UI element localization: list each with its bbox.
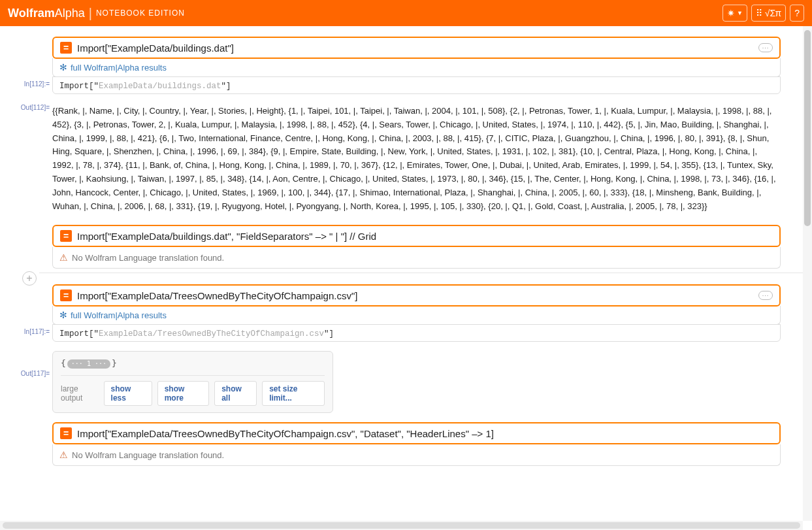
- input-cell-3[interactable]: = Import["ExampleData/TreesOwnedByTheCit…: [52, 284, 781, 306]
- input-text-2: Import["ExampleData/buildings.dat", "Fie…: [77, 231, 376, 242]
- caret-down-icon: ▼: [737, 10, 743, 16]
- full-results-label: full Wolfram|Alpha results: [71, 310, 167, 320]
- in-label-1: In[112]:=: [13, 77, 52, 89]
- app-logo: WolframAlpha: [8, 7, 85, 20]
- interpretation-box-3: ✻ full Wolfram|Alpha results: [52, 306, 781, 325]
- wl-code-3: Import["ExampleData/TreesOwnedByTheCityO…: [59, 329, 334, 339]
- keyboard-icon: ⠿ √Σπ: [756, 8, 781, 18]
- input-cell-1[interactable]: = Import["ExampleData/buildings.dat"] ··…: [52, 37, 781, 59]
- add-cell-button[interactable]: +: [22, 271, 37, 286]
- vertical-scrollbar[interactable]: [803, 26, 812, 492]
- equal-icon: =: [60, 42, 72, 54]
- warning-text: No Wolfram Language translation found.: [72, 450, 224, 460]
- interpretation-box-1: ✻ full Wolfram|Alpha results: [52, 58, 781, 77]
- output-text-1: {{Rank, |, Name, |, City, |, Country, |,…: [52, 99, 781, 221]
- scrollbar-thumb[interactable]: [804, 30, 811, 226]
- full-results-link-1[interactable]: ✻ full Wolfram|Alpha results: [59, 62, 773, 73]
- in-label-3: In[117]:=: [13, 325, 52, 337]
- full-results-link-3[interactable]: ✻ full Wolfram|Alpha results: [59, 310, 773, 320]
- app-header: WolframAlpha | Notebook Edition ✷▼ ⠿ √Σπ…: [0, 0, 812, 26]
- out-label-3: Out[117]=: [13, 351, 52, 378]
- input-text-4: Import["ExampleData/TreesOwnedByTheCityO…: [77, 428, 494, 439]
- equal-icon: =: [60, 290, 72, 301]
- large-output-label: large output: [61, 384, 99, 403]
- logo-rest: Alpha: [55, 7, 85, 20]
- logo-subtitle: Notebook Edition: [96, 8, 185, 18]
- star-icon: ✻: [59, 62, 67, 73]
- warning-text: No Wolfram Language translation found.: [72, 253, 224, 263]
- settings-button[interactable]: ✷▼: [723, 5, 747, 22]
- input-text-1: Import["ExampleData/buildings.dat"]: [77, 42, 234, 54]
- wl-code-1: Import["ExampleData/buildings.dat"]: [59, 82, 231, 91]
- show-less-button[interactable]: show less: [104, 381, 152, 406]
- input-text-3: Import["ExampleData/TreesOwnedByTheCityO…: [77, 290, 357, 301]
- warning-icon: ⚠: [59, 252, 68, 263]
- set-size-limit-button[interactable]: set size limit...: [262, 381, 325, 406]
- star-icon: ✻: [59, 310, 67, 320]
- show-all-button[interactable]: show all: [214, 381, 257, 406]
- notebook-content: = Import["ExampleData/buildings.dat"] ··…: [0, 26, 812, 492]
- large-output-panel: {··· 1 ···} large output show less show …: [52, 351, 333, 413]
- warning-box-2: ⚠ No Wolfram Language translation found.: [52, 247, 781, 269]
- keyboard-button[interactable]: ⠿ √Σπ: [751, 5, 786, 22]
- equal-icon: =: [60, 427, 72, 439]
- full-results-label: full Wolfram|Alpha results: [71, 63, 167, 73]
- warning-box-4: ⚠ No Wolfram Language translation found.: [52, 444, 781, 466]
- input-more-button[interactable]: ···: [758, 43, 773, 52]
- out-label-1: Out[112]=: [13, 99, 52, 112]
- input-more-button[interactable]: ···: [758, 291, 773, 300]
- gear-icon: ✷: [727, 8, 735, 18]
- help-button[interactable]: ?: [790, 5, 804, 22]
- logo-separator: |: [89, 6, 92, 21]
- show-more-button[interactable]: show more: [157, 381, 210, 406]
- input-cell-4[interactable]: = Import["ExampleData/TreesOwnedByTheCit…: [52, 422, 781, 444]
- equal-icon: =: [60, 230, 72, 242]
- elided-pill[interactable]: ··· 1 ···: [67, 359, 110, 369]
- input-cell-2[interactable]: = Import["ExampleData/buildings.dat", "F…: [52, 225, 781, 247]
- warning-icon: ⚠: [59, 450, 68, 460]
- logo-bold: Wolfram: [8, 7, 55, 20]
- help-icon: ?: [794, 8, 800, 18]
